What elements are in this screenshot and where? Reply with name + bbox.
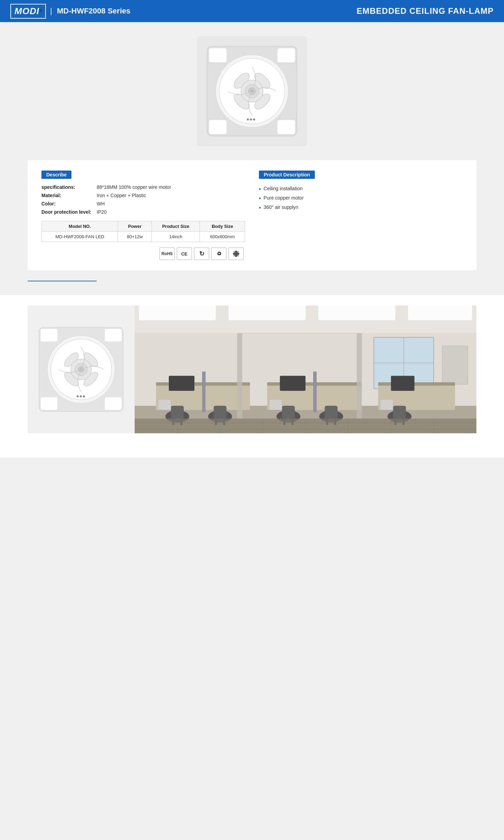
svg-rect-64 (378, 382, 455, 386)
spec-value: IP20 (97, 209, 107, 215)
header-divider: | (50, 7, 52, 16)
svg-rect-81 (325, 406, 338, 418)
svg-rect-8 (277, 120, 295, 134)
describe-section: Describe specifications:88*18MM 100% cop… (41, 171, 245, 260)
ce-cert: CE (177, 248, 192, 260)
svg-rect-56 (442, 346, 468, 384)
product-image-section (28, 36, 476, 146)
svg-rect-5 (209, 48, 227, 62)
svg-rect-104 (357, 333, 362, 419)
bottom-spacing (0, 433, 504, 447)
spec-label: Material: (41, 193, 97, 198)
svg-rect-51 (408, 306, 472, 320)
eco-cert: ♻ (211, 248, 226, 260)
product-description-section: Product Description Ceiling installation… (259, 171, 463, 260)
table-header-row: Model NO.PowerProduct SizeBody Size (42, 221, 245, 232)
spec-value: Iron + Copper + Plastic (97, 193, 146, 198)
svg-rect-50 (318, 306, 395, 320)
specs-section: Describe specifications:88*18MM 100% cop… (28, 160, 476, 270)
svg-rect-49 (229, 306, 306, 320)
logo-text: MODI (14, 6, 39, 16)
env-fan-svg (36, 325, 126, 414)
svg-point-21 (253, 118, 255, 120)
svg-rect-31 (105, 397, 122, 410)
specs-table: Model NO.PowerProduct SizeBody Size MD-H… (41, 221, 245, 242)
header-product-name: EMBEDDED CEILING FAN-LAMP (357, 6, 494, 16)
svg-rect-67 (391, 376, 415, 391)
product-image-box (197, 36, 307, 146)
svg-rect-7 (209, 120, 227, 134)
cross-cert (229, 248, 244, 260)
svg-rect-77 (282, 406, 295, 418)
svg-point-19 (247, 118, 249, 120)
env-office-image (135, 306, 476, 433)
header-series: MD-HWF2008 Series (57, 7, 130, 16)
svg-rect-28 (40, 329, 58, 342)
table-header-cell: Body Size (200, 221, 245, 232)
svg-rect-48 (139, 306, 216, 320)
svg-rect-59 (202, 371, 206, 412)
section-divider (28, 281, 97, 281)
svg-rect-85 (393, 406, 406, 418)
spec-row: Door protection level:IP20 (41, 209, 245, 215)
svg-rect-6 (277, 48, 295, 62)
svg-point-20 (250, 118, 252, 120)
page-content: Describe specifications:88*18MM 100% cop… (0, 22, 504, 281)
table-header-cell: Product Size (152, 221, 200, 232)
feature-item: 360° air supplyn (259, 204, 463, 211)
table-header-cell: Model NO. (42, 221, 118, 232)
svg-rect-65 (169, 376, 194, 391)
spec-row: Material:Iron + Copper + Plastic (41, 193, 245, 198)
brand-logo: MODI® (10, 4, 46, 19)
recycle-cert: ↻ (194, 248, 209, 260)
svg-rect-62 (313, 371, 317, 412)
svg-rect-73 (214, 406, 226, 418)
logo-sup: ® (39, 9, 42, 13)
table-cell: 80+12w (118, 232, 152, 242)
svg-rect-89 (269, 399, 282, 410)
svg-rect-69 (171, 406, 184, 418)
table-cell: 14inch (152, 232, 200, 242)
spec-label: Door protection level: (41, 209, 97, 215)
office-env-svg (135, 306, 476, 433)
product-features-list: Ceiling installationPure copper motor360… (259, 186, 463, 211)
svg-rect-103 (237, 333, 242, 419)
spec-value: WH (97, 201, 105, 206)
table-cell: 600x600mm (200, 232, 245, 242)
page-header: MODI® | MD-HWF2008 Series EMBEDDED CEILI… (0, 0, 504, 22)
table-header-cell: Power (118, 221, 152, 232)
spec-row: Color:WH (41, 201, 245, 206)
table-cell: MD-HWF2008-FAN LED (42, 232, 118, 242)
svg-rect-90 (380, 399, 393, 410)
restriction-icon (232, 250, 240, 258)
svg-rect-30 (40, 397, 58, 410)
env-product-image (28, 306, 135, 433)
feature-item: Pure copper motor (259, 195, 463, 202)
spec-label: Color: (41, 201, 97, 206)
svg-point-44 (83, 395, 85, 397)
rohs-cert: RoHS (159, 248, 175, 260)
cert-row: RoHS CE ↻ ♻ (41, 248, 245, 260)
product-description-badge: Product Description (259, 171, 315, 179)
spec-label: specifications: (41, 184, 97, 190)
fan-product-image (204, 43, 300, 139)
describe-badge: Describe (41, 171, 71, 179)
svg-rect-66 (280, 376, 306, 391)
svg-rect-29 (105, 329, 122, 342)
environment-section (0, 295, 504, 457)
spec-row: specifications:88*18MM 100% copper wire … (41, 184, 245, 190)
table-row: MD-HWF2008-FAN LED80+12w14inch600x600mm (42, 232, 245, 242)
feature-item: Ceiling installation (259, 186, 463, 192)
environment-images (28, 306, 476, 433)
svg-point-43 (80, 395, 82, 397)
svg-point-42 (77, 395, 79, 397)
svg-rect-88 (158, 399, 171, 410)
table-body: MD-HWF2008-FAN LED80+12w14inch600x600mm (42, 232, 245, 242)
spec-value: 88*18MM 100% copper wire motor (97, 184, 171, 190)
